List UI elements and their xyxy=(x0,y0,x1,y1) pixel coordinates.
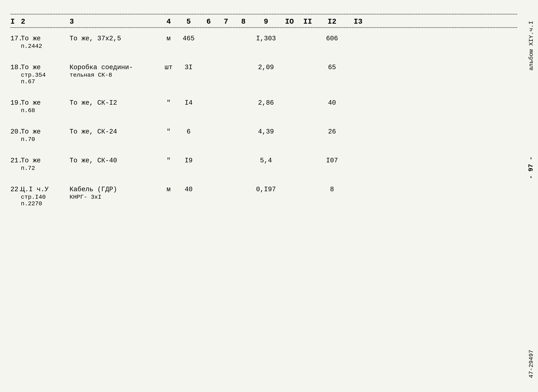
row-col12: 606 xyxy=(316,35,348,42)
row-col12: I07 xyxy=(316,157,348,164)
col-header-9: 9 xyxy=(252,18,280,26)
table-row: 22. Ц.I ч.У стр.I40 п.2270 Кабель (ГДР) … xyxy=(10,179,517,221)
row-col5: I9 xyxy=(177,157,200,164)
row-col12: 26 xyxy=(316,128,348,135)
col-header-13: I3 xyxy=(348,18,369,26)
row-col9: 4,39 xyxy=(252,128,280,135)
row-col12: 65 xyxy=(316,64,348,71)
row-col9: 5,4 xyxy=(252,157,280,164)
col-header-2: 2 xyxy=(21,18,70,26)
col-header-8: 8 xyxy=(235,18,252,26)
table-row: 18. То же стр.354 п.67 Коробка соедини- … xyxy=(10,57,517,92)
table-row: 20. То же п.70 То же, СК-24 " 6 4,39 26 xyxy=(10,121,517,150)
col-header-7: 7 xyxy=(217,18,235,26)
row-number: 17. xyxy=(10,35,21,42)
row-col5: 3I xyxy=(177,64,200,71)
row-col3: Кабель (ГДР) КНРГ- 3xI xyxy=(70,186,160,201)
table-container: I 2 3 4 5 6 7 8 9 IO II I2 I3 17. То же … xyxy=(10,14,517,382)
row-number: 21. xyxy=(10,157,21,164)
row-col5: 465 xyxy=(177,35,200,42)
row-number: 20. xyxy=(10,128,21,135)
page: I 2 3 4 5 6 7 8 9 IO II I2 I3 17. То же … xyxy=(0,0,538,392)
annotation-page-num: - 97 - xyxy=(527,156,534,179)
annotation-album: альбом XIY.ч.I xyxy=(528,21,534,70)
row-col4: м xyxy=(160,186,177,193)
col-header-11: II xyxy=(299,18,316,26)
col-header-10: IO xyxy=(280,18,299,26)
col-header-12: I2 xyxy=(316,18,348,26)
row-col4: шт xyxy=(160,64,177,71)
row-col9: 2,09 xyxy=(252,64,280,71)
row-col2: То же п.68 xyxy=(21,99,70,114)
row-col3: То же, СК-I2 xyxy=(70,99,160,107)
row-col9: 2,86 xyxy=(252,99,280,107)
row-col12: 40 xyxy=(316,99,348,107)
table-row: 17. То же п.2442 То же, 37x2,5 м 465 I,3… xyxy=(10,28,517,57)
annotation-bottom-code: 47-29497 xyxy=(528,350,534,378)
col-header-5: 5 xyxy=(177,18,200,26)
row-col2: То же п.2442 xyxy=(21,35,70,50)
row-number: 22. xyxy=(10,186,21,193)
col-header-6: 6 xyxy=(200,18,217,26)
row-col9: 0,I97 xyxy=(252,186,280,193)
table-row: 21. То же п.72 То же, СК-40 " I9 5,4 I07 xyxy=(10,150,517,179)
row-col9: I,303 xyxy=(252,35,280,42)
row-col3: То же, СК-40 xyxy=(70,157,160,164)
row-col3: Коробка соедини- тельная СК-8 xyxy=(70,64,160,78)
table-row: 19. То же п.68 То же, СК-I2 " I4 2,86 40 xyxy=(10,92,517,121)
header-row: I 2 3 4 5 6 7 8 9 IO II I2 I3 xyxy=(10,14,517,28)
row-col12: 8 xyxy=(316,186,348,193)
row-col2: То же п.70 xyxy=(21,128,70,143)
row-col4: " xyxy=(160,128,177,135)
col-header-3: 3 xyxy=(70,18,160,26)
data-rows: 17. То же п.2442 То же, 37x2,5 м 465 I,3… xyxy=(10,28,517,221)
col-header-4: 4 xyxy=(160,18,177,26)
row-col4: " xyxy=(160,157,177,164)
row-col5: I4 xyxy=(177,99,200,107)
row-col5: 40 xyxy=(177,186,200,193)
row-col4: " xyxy=(160,99,177,107)
row-number: 18. xyxy=(10,64,21,71)
row-col3: То же, СК-24 xyxy=(70,128,160,135)
row-col2: Ц.I ч.У стр.I40 п.2270 xyxy=(21,186,70,207)
row-col5: 6 xyxy=(177,128,200,135)
row-col4: м xyxy=(160,35,177,42)
row-col2: То же п.72 xyxy=(21,157,70,172)
col-header-1: I xyxy=(10,18,21,26)
row-number: 19. xyxy=(10,99,21,107)
row-col3: То же, 37x2,5 xyxy=(70,35,160,42)
row-col2: То же стр.354 п.67 xyxy=(21,64,70,85)
